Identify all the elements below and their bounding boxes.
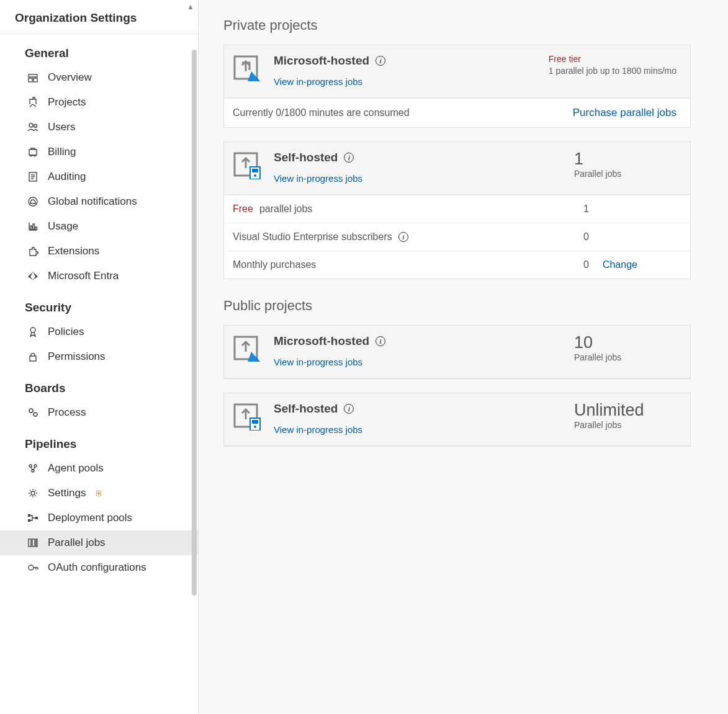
private-self-title: Self-hosted: [274, 151, 338, 164]
info-icon[interactable]: i: [375, 56, 385, 66]
vse-subscribers-value: 0: [583, 231, 589, 243]
ms-hosted-icon: [233, 334, 261, 363]
svg-rect-28: [252, 169, 258, 172]
sidebar-item-label: Projects: [48, 96, 86, 109]
info-icon[interactable]: i: [375, 336, 385, 346]
entra-icon: [27, 270, 38, 282]
scroll-up-icon[interactable]: ▲: [187, 2, 194, 11]
sidebar-item-users[interactable]: Users: [0, 115, 198, 140]
shield-icon: ⛨: [95, 489, 103, 498]
deploy-icon: [27, 512, 38, 524]
vse-subscribers-label: Visual Studio Enterprise subscribers: [233, 231, 392, 243]
private-projects-heading: Private projects: [223, 17, 691, 33]
sidebar-item-permissions[interactable]: Permissions: [0, 344, 198, 369]
sidebar-item-settings[interactable]: Settings⛨: [0, 481, 198, 506]
sidebar-item-label: Microsoft Entra: [48, 270, 119, 282]
sidebar-item-label: OAuth configurations: [48, 561, 146, 574]
sidebar-item-microsoft-entra[interactable]: Microsoft Entra: [0, 264, 198, 288]
sidebar-item-label: Users: [48, 121, 75, 133]
public-self-hosted-card: Self-hosted i View in-progress jobs Unli…: [223, 393, 691, 447]
svg-rect-18: [28, 514, 30, 517]
sidebar-item-oauth-configurations[interactable]: OAuth configurations: [0, 555, 198, 580]
sidebar-item-global-notifications[interactable]: Global notifications: [0, 189, 198, 214]
sidebar-item-overview[interactable]: Overview: [0, 65, 198, 90]
sidebar-item-label: Policies: [48, 326, 84, 338]
parallel-icon: [27, 537, 38, 548]
svg-point-6: [29, 197, 37, 206]
users-icon: [27, 122, 38, 133]
free-parallel-jobs-value: 1: [583, 203, 589, 215]
extensions-icon: [27, 246, 38, 257]
sidebar-title: Organization Settings: [0, 0, 198, 34]
sidebar-item-usage[interactable]: Usage: [0, 214, 198, 239]
svg-point-12: [29, 409, 33, 413]
svg-point-10: [30, 328, 35, 332]
svg-rect-8: [33, 224, 35, 230]
svg-point-24: [29, 565, 34, 570]
sidebar-item-label: Overview: [48, 71, 92, 84]
free-tier-label: Free tier: [549, 54, 676, 64]
free-parallel-jobs-label: parallel jobs: [259, 203, 312, 215]
public-projects-heading: Public projects: [223, 298, 691, 314]
public-self-title: Self-hosted: [274, 402, 338, 416]
sidebar-item-projects[interactable]: Projects: [0, 90, 198, 115]
tier-description: 1 parallel job up to 1800 mins/mo: [549, 65, 676, 78]
sidebar-item-label: Agent pools: [48, 462, 104, 475]
public-ms-hosted-card: Microsoft-hosted i View in-progress jobs…: [223, 325, 691, 379]
sidebar-item-label: Process: [48, 406, 86, 419]
sidebar-section-header: Pipelines: [0, 425, 198, 456]
sidebar-item-process[interactable]: Process: [0, 400, 198, 425]
parallel-jobs-count: 1: [574, 151, 676, 167]
svg-rect-11: [30, 356, 36, 361]
ms-hosted-icon: [233, 54, 261, 83]
sidebar-item-auditing[interactable]: Auditing: [0, 164, 198, 189]
sidebar-item-label: Permissions: [48, 350, 106, 363]
view-in-progress-link[interactable]: View in-progress jobs: [274, 76, 362, 87]
oauth-icon: [27, 562, 38, 573]
self-hosted-icon: [233, 151, 261, 179]
change-link[interactable]: Change: [603, 259, 637, 270]
svg-point-4: [34, 125, 37, 128]
sidebar-section-header: Security: [0, 288, 198, 319]
parallel-jobs-count: Unlimited: [574, 402, 676, 419]
svg-rect-19: [28, 519, 30, 522]
sidebar-item-label: Settings: [48, 487, 86, 499]
billing-icon: [27, 146, 38, 158]
sidebar-item-agent-pools[interactable]: Agent pools: [0, 456, 198, 481]
parallel-jobs-label: Parallel jobs: [574, 352, 676, 362]
sidebar-scrollbar[interactable]: [192, 50, 197, 596]
view-in-progress-link[interactable]: View in-progress jobs: [274, 424, 362, 435]
purchase-parallel-jobs-link[interactable]: Purchase parallel jobs: [573, 107, 676, 119]
sidebar-item-billing[interactable]: Billing: [0, 140, 198, 164]
sidebar-section-header: General: [0, 34, 198, 65]
free-word: Free: [233, 203, 253, 215]
sidebar-item-label: Parallel jobs: [48, 537, 106, 549]
sidebar-item-deployment-pools[interactable]: Deployment pools: [0, 506, 198, 530]
sidebar-item-label: Billing: [48, 146, 76, 158]
svg-rect-0: [29, 74, 37, 77]
view-in-progress-link[interactable]: View in-progress jobs: [274, 173, 362, 184]
sidebar-item-label: Usage: [48, 220, 78, 233]
view-in-progress-link[interactable]: View in-progress jobs: [274, 357, 362, 367]
info-icon[interactable]: i: [398, 232, 408, 242]
sidebar-item-parallel-jobs[interactable]: Parallel jobs: [0, 530, 198, 555]
svg-point-15: [34, 465, 37, 467]
info-icon[interactable]: i: [344, 153, 354, 163]
svg-rect-1: [29, 78, 32, 82]
sidebar-item-policies[interactable]: Policies: [0, 319, 198, 344]
info-icon[interactable]: i: [344, 404, 354, 414]
monthly-purchases-value: 0: [583, 259, 589, 270]
sidebar-item-label: Auditing: [48, 171, 86, 183]
usage-icon: [27, 221, 38, 232]
sidebar-item-extensions[interactable]: Extensions: [0, 239, 198, 264]
notify-icon: [27, 196, 38, 207]
private-ms-hosted-card: Microsoft-hosted i View in-progress jobs…: [223, 45, 691, 128]
settings-icon: [27, 488, 38, 499]
minutes-consumed-text: Currently 0/1800 minutes are consumed: [233, 107, 410, 118]
agent-icon: [27, 463, 38, 474]
svg-point-16: [32, 470, 34, 472]
process-icon: [27, 407, 38, 418]
svg-rect-7: [30, 226, 32, 230]
svg-point-14: [29, 465, 32, 467]
policies-icon: [27, 326, 38, 337]
